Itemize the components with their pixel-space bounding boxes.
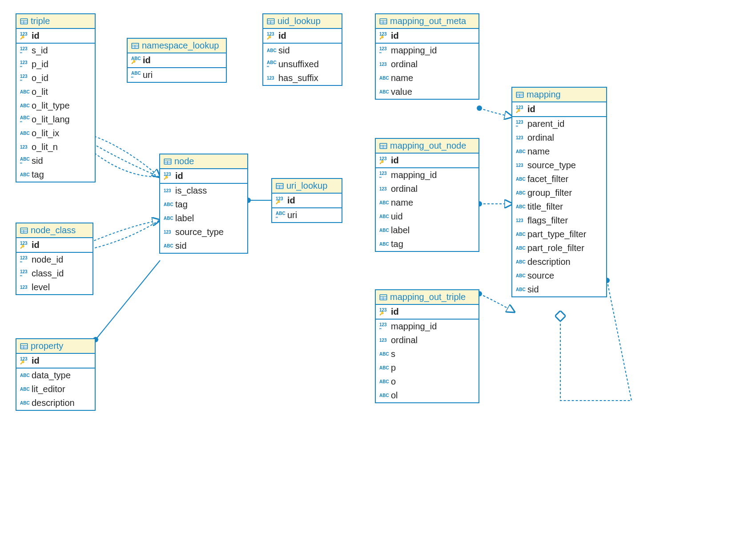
column-row[interactable]: ABCpart_role_filter <box>512 241 606 255</box>
column-row[interactable]: ABCname <box>376 71 479 85</box>
table-uid_lookup[interactable]: uid_lookup123🔑idABCsidABC⨝unsuffixed123h… <box>262 13 342 86</box>
column-row[interactable]: ABCdata_type <box>16 369 95 382</box>
table-mapping_out_triple[interactable]: mapping_out_triple123🔑id123⨝mapping_id12… <box>375 289 479 403</box>
table-node_class[interactable]: node_class123🔑id123⨝node_id123⨝class_id1… <box>16 223 93 295</box>
svg-rect-40 <box>24 346 27 347</box>
column-row[interactable]: ABCo_lit <box>16 85 95 99</box>
column-name: mapping_id <box>391 170 437 180</box>
column-row[interactable]: ABC⨝uri <box>272 208 342 222</box>
column-row[interactable]: ABCo <box>376 375 479 389</box>
column-row[interactable]: ABC⨝unsuffixed <box>263 57 342 71</box>
table-mapping_out_node[interactable]: mapping_out_node123🔑id123⨝mapping_id123o… <box>375 138 479 252</box>
column-row[interactable]: ABCo_lit_ix <box>16 126 95 140</box>
pk-row[interactable]: 123🔑id <box>16 238 92 253</box>
column-row[interactable]: 123⨝parent_id <box>512 117 606 131</box>
table-title: triple <box>31 16 50 26</box>
column-row[interactable]: ABCp <box>376 361 479 375</box>
column-row[interactable]: ABCtag <box>376 237 479 251</box>
column-row[interactable]: 123ordinal <box>376 333 479 347</box>
column-row[interactable]: 123⨝mapping_id <box>376 168 479 182</box>
column-row[interactable]: ABCdescription <box>16 396 95 410</box>
column-row[interactable]: 123⨝s_id <box>16 44 95 57</box>
type-badge: ABC <box>20 90 30 94</box>
column-row[interactable]: 123o_lit_n <box>16 140 95 154</box>
pk-row[interactable]: 123🔑id <box>376 305 479 320</box>
table-triple[interactable]: triple123🔑id123⨝s_id123⨝p_id123⨝o_idABCo… <box>16 13 96 182</box>
type-badge: ABC <box>20 401 30 405</box>
table-header[interactable]: namespace_lookup <box>128 39 226 53</box>
column-row[interactable]: ABC⨝o_lit_lang <box>16 113 95 126</box>
column-row[interactable]: ABCuid <box>376 210 479 223</box>
column-row[interactable]: 123ordinal <box>376 57 479 71</box>
table-header[interactable]: triple <box>16 14 95 29</box>
table-mapping[interactable]: mapping123🔑id123⨝parent_id123ordinalABCn… <box>511 87 607 297</box>
column-row[interactable]: ABCdescription <box>512 255 606 269</box>
column-row[interactable]: ABCname <box>512 145 606 158</box>
table-header[interactable]: mapping_out_triple <box>376 290 479 305</box>
pk-row[interactable]: 123🔑id <box>16 354 95 369</box>
column-row[interactable]: ABCpart_type_filter <box>512 227 606 241</box>
column-row[interactable]: 123level <box>16 280 92 294</box>
column-row[interactable]: 123has_suffix <box>263 71 342 85</box>
column-row[interactable]: 123⨝mapping_id <box>376 320 479 333</box>
column-row[interactable]: 123⨝mapping_id <box>376 44 479 57</box>
column-row[interactable]: ABC⨝uri <box>128 68 226 82</box>
column-row[interactable]: ABCsource <box>512 269 606 283</box>
column-row[interactable]: 123ordinal <box>376 182 479 196</box>
column-row[interactable]: ABCtag <box>160 198 247 211</box>
column-row[interactable]: ABCname <box>376 196 479 210</box>
pk-row[interactable]: 123🔑id <box>512 102 606 117</box>
type-badge: ABC <box>516 288 526 292</box>
column-name: name <box>391 198 413 208</box>
table-mapping_out_meta[interactable]: mapping_out_meta123🔑id123⨝mapping_id123o… <box>375 13 479 100</box>
column-row[interactable]: ABCfacet_filter <box>512 172 606 186</box>
table-property[interactable]: property123🔑idABCdata_typeABClit_editorA… <box>16 338 96 411</box>
pk-row[interactable]: 123🔑id <box>376 154 479 168</box>
column-row[interactable]: ABCtag <box>16 168 95 182</box>
type-badge: ABC <box>516 205 526 209</box>
pk-row[interactable]: 123🔑id <box>263 29 342 44</box>
table-header[interactable]: uid_lookup <box>263 14 342 29</box>
column-row[interactable]: ABCsid <box>263 44 342 57</box>
type-badge: 123⨝ <box>20 74 30 82</box>
column-row[interactable]: 123is_class <box>160 184 247 198</box>
column-row[interactable]: 123source_type <box>160 225 247 239</box>
pk-row[interactable]: 123🔑id <box>16 29 95 44</box>
column-row[interactable]: ABCo_lit_type <box>16 99 95 113</box>
table-header[interactable]: mapping_out_node <box>376 139 479 154</box>
column-row[interactable]: 123⨝class_id <box>16 267 92 280</box>
table-header[interactable]: node_class <box>16 223 92 238</box>
column-row[interactable]: ABClit_editor <box>16 382 95 396</box>
column-row[interactable]: ABCgroup_filter <box>512 186 606 200</box>
table-header[interactable]: mapping_out_meta <box>376 14 479 29</box>
column-row[interactable]: 123flags_filter <box>512 214 606 227</box>
column-row[interactable]: ABC⨝sid <box>16 154 95 168</box>
pk-row[interactable]: 123🔑id <box>376 29 479 44</box>
type-badge: 123⨝ <box>516 120 526 128</box>
column-row[interactable]: ABCs <box>376 347 479 361</box>
table-header[interactable]: uri_lookup <box>272 179 342 194</box>
column-row[interactable]: 123source_type <box>512 158 606 172</box>
pk-row[interactable]: 123🔑id <box>160 169 247 184</box>
table-namespace_lookup[interactable]: namespace_lookupABC🔑idABC⨝uri <box>127 38 227 83</box>
column-row[interactable]: 123ordinal <box>512 131 606 145</box>
column-name: group_filter <box>527 188 572 198</box>
type-badge: ABC⨝ <box>267 61 277 68</box>
column-row[interactable]: ABCsid <box>512 283 606 296</box>
pk-row[interactable]: 123🔑id <box>272 194 342 208</box>
column-row[interactable]: ABClabel <box>160 211 247 225</box>
pk-row[interactable]: ABC🔑id <box>128 53 226 68</box>
column-row[interactable]: 123⨝p_id <box>16 57 95 71</box>
column-row[interactable]: ABCsid <box>160 239 247 253</box>
table-header[interactable]: mapping <box>512 88 606 102</box>
column-row[interactable]: ABCtitle_filter <box>512 200 606 214</box>
column-row[interactable]: 123⨝o_id <box>16 71 95 85</box>
table-node[interactable]: node123🔑id123is_classABCtagABClabel123so… <box>159 154 248 254</box>
column-row[interactable]: ABCol <box>376 389 479 402</box>
column-row[interactable]: 123⨝node_id <box>16 253 92 267</box>
column-row[interactable]: ABClabel <box>376 223 479 237</box>
table-header[interactable]: property <box>16 339 95 354</box>
column-row[interactable]: ABCvalue <box>376 85 479 99</box>
table-uri_lookup[interactable]: uri_lookup123🔑idABC⨝uri <box>271 178 342 223</box>
table-header[interactable]: node <box>160 154 247 169</box>
